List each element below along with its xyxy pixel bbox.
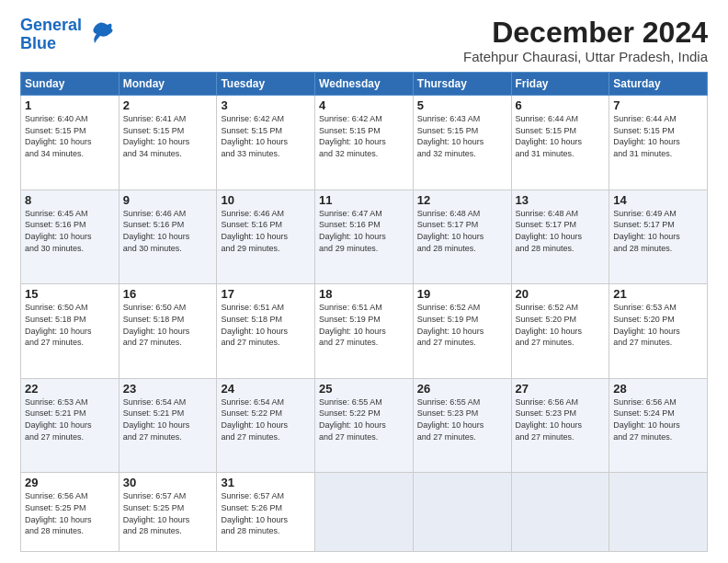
day-number: 3 — [221, 98, 311, 112]
header: General Blue December 2024 Fatehpur Chau… — [20, 17, 708, 64]
calendar-cell: 10Sunrise: 6:46 AM Sunset: 5:16 PM Dayli… — [217, 190, 315, 284]
day-info: Sunrise: 6:44 AM Sunset: 5:15 PM Dayligh… — [516, 113, 606, 159]
day-info: Sunrise: 6:47 AM Sunset: 5:16 PM Dayligh… — [319, 208, 409, 254]
day-info: Sunrise: 6:48 AM Sunset: 5:17 PM Dayligh… — [417, 208, 507, 254]
calendar-cell: 28Sunrise: 6:56 AM Sunset: 5:24 PM Dayli… — [609, 378, 708, 473]
day-number: 16 — [123, 287, 213, 301]
calendar-row-3: 15Sunrise: 6:50 AM Sunset: 5:18 PM Dayli… — [21, 284, 708, 379]
day-number: 8 — [25, 193, 115, 207]
calendar-cell: 9Sunrise: 6:46 AM Sunset: 5:16 PM Daylig… — [119, 190, 217, 284]
day-number: 14 — [613, 193, 703, 207]
day-info: Sunrise: 6:48 AM Sunset: 5:17 PM Dayligh… — [516, 208, 606, 254]
calendar-cell: 14Sunrise: 6:49 AM Sunset: 5:17 PM Dayli… — [609, 190, 708, 284]
calendar-row-1: 1Sunrise: 6:40 AM Sunset: 5:15 PM Daylig… — [21, 96, 708, 190]
calendar-cell: 23Sunrise: 6:54 AM Sunset: 5:21 PM Dayli… — [119, 378, 217, 473]
calendar-cell: 5Sunrise: 6:43 AM Sunset: 5:15 PM Daylig… — [413, 96, 511, 190]
day-number: 17 — [221, 287, 311, 301]
day-number: 28 — [613, 382, 703, 396]
day-info: Sunrise: 6:52 AM Sunset: 5:19 PM Dayligh… — [417, 302, 507, 348]
day-info: Sunrise: 6:53 AM Sunset: 5:20 PM Dayligh… — [613, 302, 703, 348]
calendar-cell — [609, 473, 708, 552]
day-number: 10 — [221, 193, 311, 207]
col-header-sunday: Sunday — [21, 73, 119, 96]
day-info: Sunrise: 6:40 AM Sunset: 5:15 PM Dayligh… — [25, 113, 115, 159]
calendar-cell: 16Sunrise: 6:50 AM Sunset: 5:18 PM Dayli… — [119, 284, 217, 379]
calendar-row-4: 22Sunrise: 6:53 AM Sunset: 5:21 PM Dayli… — [21, 378, 708, 473]
day-info: Sunrise: 6:51 AM Sunset: 5:18 PM Dayligh… — [221, 302, 311, 348]
calendar-cell — [413, 473, 511, 552]
calendar-cell: 27Sunrise: 6:56 AM Sunset: 5:23 PM Dayli… — [511, 378, 609, 473]
page-title: December 2024 — [463, 17, 708, 49]
calendar-cell: 3Sunrise: 6:42 AM Sunset: 5:15 PM Daylig… — [217, 96, 315, 190]
day-info: Sunrise: 6:57 AM Sunset: 5:26 PM Dayligh… — [221, 490, 311, 536]
day-info: Sunrise: 6:52 AM Sunset: 5:20 PM Dayligh… — [516, 302, 606, 348]
calendar-cell: 21Sunrise: 6:53 AM Sunset: 5:20 PM Dayli… — [609, 284, 708, 379]
calendar-cell — [511, 473, 609, 552]
calendar-cell: 11Sunrise: 6:47 AM Sunset: 5:16 PM Dayli… — [315, 190, 414, 284]
day-info: Sunrise: 6:56 AM Sunset: 5:25 PM Dayligh… — [25, 490, 115, 536]
day-info: Sunrise: 6:55 AM Sunset: 5:22 PM Dayligh… — [319, 396, 409, 442]
calendar-cell: 26Sunrise: 6:55 AM Sunset: 5:23 PM Dayli… — [413, 378, 511, 473]
day-number: 1 — [25, 98, 115, 112]
day-info: Sunrise: 6:49 AM Sunset: 5:17 PM Dayligh… — [613, 208, 703, 254]
calendar-header-row: SundayMondayTuesdayWednesdayThursdayFrid… — [21, 73, 708, 96]
day-info: Sunrise: 6:54 AM Sunset: 5:22 PM Dayligh… — [221, 396, 311, 442]
calendar-cell: 2Sunrise: 6:41 AM Sunset: 5:15 PM Daylig… — [119, 96, 217, 190]
calendar-cell: 8Sunrise: 6:45 AM Sunset: 5:16 PM Daylig… — [21, 190, 119, 284]
day-info: Sunrise: 6:54 AM Sunset: 5:21 PM Dayligh… — [123, 396, 213, 442]
page: General Blue December 2024 Fatehpur Chau… — [0, 0, 728, 563]
day-number: 27 — [516, 382, 606, 396]
day-number: 20 — [516, 287, 606, 301]
page-subtitle: Fatehpur Chaurasi, Uttar Pradesh, India — [463, 49, 708, 64]
calendar-row-2: 8Sunrise: 6:45 AM Sunset: 5:16 PM Daylig… — [21, 190, 708, 284]
day-number: 6 — [516, 98, 606, 112]
day-number: 23 — [123, 382, 213, 396]
calendar-cell: 29Sunrise: 6:56 AM Sunset: 5:25 PM Dayli… — [21, 473, 119, 552]
day-info: Sunrise: 6:43 AM Sunset: 5:15 PM Dayligh… — [417, 113, 507, 159]
day-info: Sunrise: 6:45 AM Sunset: 5:16 PM Dayligh… — [25, 208, 115, 254]
calendar-cell: 24Sunrise: 6:54 AM Sunset: 5:22 PM Dayli… — [217, 378, 315, 473]
calendar-cell: 7Sunrise: 6:44 AM Sunset: 5:15 PM Daylig… — [609, 96, 708, 190]
day-number: 12 — [417, 193, 507, 207]
calendar-cell: 31Sunrise: 6:57 AM Sunset: 5:26 PM Dayli… — [217, 473, 315, 552]
calendar-cell: 1Sunrise: 6:40 AM Sunset: 5:15 PM Daylig… — [21, 96, 119, 190]
day-info: Sunrise: 6:55 AM Sunset: 5:23 PM Dayligh… — [417, 396, 507, 442]
logo: General Blue — [20, 17, 115, 53]
day-number: 4 — [319, 98, 409, 112]
day-info: Sunrise: 6:57 AM Sunset: 5:25 PM Dayligh… — [123, 490, 213, 536]
calendar-cell: 13Sunrise: 6:48 AM Sunset: 5:17 PM Dayli… — [511, 190, 609, 284]
day-info: Sunrise: 6:46 AM Sunset: 5:16 PM Dayligh… — [123, 208, 213, 254]
day-info: Sunrise: 6:42 AM Sunset: 5:15 PM Dayligh… — [221, 113, 311, 159]
calendar-cell: 4Sunrise: 6:42 AM Sunset: 5:15 PM Daylig… — [315, 96, 414, 190]
day-number: 18 — [319, 287, 409, 301]
logo-bird-icon — [87, 17, 115, 52]
col-header-thursday: Thursday — [413, 73, 511, 96]
day-number: 15 — [25, 287, 115, 301]
day-number: 13 — [516, 193, 606, 207]
title-area: December 2024 Fatehpur Chaurasi, Uttar P… — [463, 17, 708, 64]
calendar-cell: 17Sunrise: 6:51 AM Sunset: 5:18 PM Dayli… — [217, 284, 315, 379]
day-number: 31 — [221, 476, 311, 489]
logo-text: General — [20, 16, 82, 34]
calendar-cell: 6Sunrise: 6:44 AM Sunset: 5:15 PM Daylig… — [511, 96, 609, 190]
calendar-cell: 15Sunrise: 6:50 AM Sunset: 5:18 PM Dayli… — [21, 284, 119, 379]
logo-text2: Blue — [20, 34, 56, 52]
calendar-row-5: 29Sunrise: 6:56 AM Sunset: 5:25 PM Dayli… — [21, 473, 708, 552]
col-header-saturday: Saturday — [609, 73, 708, 96]
day-info: Sunrise: 6:53 AM Sunset: 5:21 PM Dayligh… — [25, 396, 115, 442]
calendar-cell — [315, 473, 414, 552]
day-number: 7 — [613, 98, 703, 112]
col-header-friday: Friday — [511, 73, 609, 96]
calendar-cell: 30Sunrise: 6:57 AM Sunset: 5:25 PM Dayli… — [119, 473, 217, 552]
day-info: Sunrise: 6:41 AM Sunset: 5:15 PM Dayligh… — [123, 113, 213, 159]
day-number: 19 — [417, 287, 507, 301]
day-info: Sunrise: 6:44 AM Sunset: 5:15 PM Dayligh… — [613, 113, 703, 159]
day-number: 24 — [221, 382, 311, 396]
calendar-table: SundayMondayTuesdayWednesdayThursdayFrid… — [20, 72, 708, 552]
day-number: 29 — [25, 476, 115, 489]
calendar-cell: 22Sunrise: 6:53 AM Sunset: 5:21 PM Dayli… — [21, 378, 119, 473]
day-number: 22 — [25, 382, 115, 396]
day-number: 5 — [417, 98, 507, 112]
col-header-monday: Monday — [119, 73, 217, 96]
day-info: Sunrise: 6:42 AM Sunset: 5:15 PM Dayligh… — [319, 113, 409, 159]
